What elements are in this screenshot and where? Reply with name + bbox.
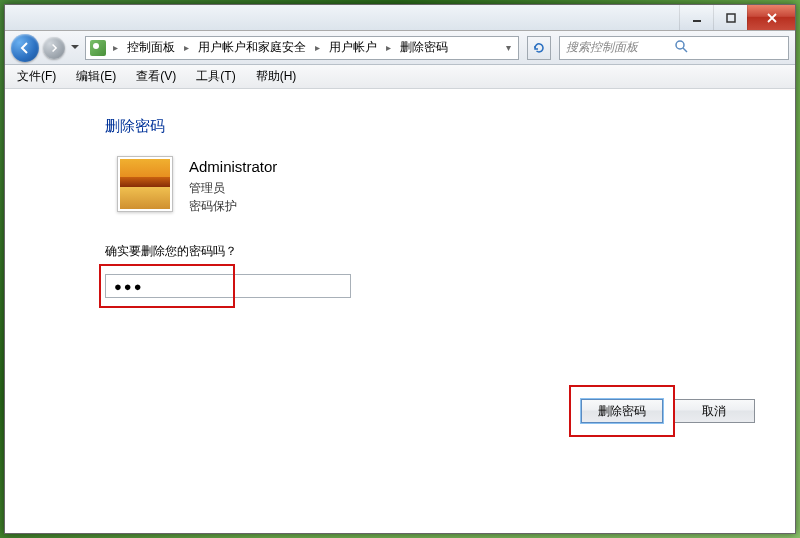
- user-role: 管理员: [189, 179, 277, 197]
- menu-tools[interactable]: 工具(T): [192, 66, 239, 87]
- user-name: Administrator: [189, 158, 277, 175]
- titlebar: [5, 5, 795, 31]
- svg-point-2: [676, 41, 684, 49]
- breadcrumb-delete-password[interactable]: 删除密码: [398, 39, 450, 56]
- nav-forward-button[interactable]: [43, 37, 65, 59]
- password-row: [105, 274, 755, 298]
- button-row: 删除密码 取消: [581, 399, 755, 423]
- svg-rect-0: [693, 20, 701, 22]
- menu-file[interactable]: 文件(F): [13, 66, 60, 87]
- minimize-button[interactable]: [679, 5, 713, 30]
- search-icon: [674, 39, 782, 56]
- svg-rect-1: [727, 14, 735, 22]
- window-controls: [679, 5, 795, 30]
- control-panel-icon: [90, 40, 106, 56]
- search-placeholder: 搜索控制面板: [566, 39, 674, 56]
- breadcrumb-separator: ▸: [312, 42, 323, 53]
- breadcrumb-user-accounts[interactable]: 用户帐户: [327, 39, 379, 56]
- menu-edit[interactable]: 编辑(E): [72, 66, 120, 87]
- menu-help[interactable]: 帮助(H): [252, 66, 301, 87]
- cancel-button[interactable]: 取消: [673, 399, 755, 423]
- maximize-button[interactable]: [713, 5, 747, 30]
- user-info: Administrator 管理员 密码保护: [189, 156, 277, 215]
- refresh-button[interactable]: [527, 36, 551, 60]
- svg-line-3: [683, 48, 687, 52]
- close-button[interactable]: [747, 5, 795, 30]
- avatar-image: [120, 159, 170, 209]
- menu-view[interactable]: 查看(V): [132, 66, 180, 87]
- password-input[interactable]: [105, 274, 351, 298]
- delete-password-button[interactable]: 删除密码: [581, 399, 663, 423]
- breadcrumb-control-panel[interactable]: 控制面板: [125, 39, 177, 56]
- search-box[interactable]: 搜索控制面板: [559, 36, 789, 60]
- user-section: Administrator 管理员 密码保护: [117, 156, 755, 215]
- breadcrumb-separator: ▸: [110, 42, 121, 53]
- breadcrumb-separator: ▸: [383, 42, 394, 53]
- prompt-text: 确实要删除您的密码吗？: [105, 243, 755, 260]
- avatar: [117, 156, 173, 212]
- window-frame: ▸ 控制面板 ▸ 用户帐户和家庭安全 ▸ 用户帐户 ▸ 删除密码 ▾ 搜索控制面…: [4, 4, 796, 534]
- address-dropdown-icon[interactable]: ▾: [503, 42, 514, 53]
- breadcrumb-separator: ▸: [181, 42, 192, 53]
- navbar: ▸ 控制面板 ▸ 用户帐户和家庭安全 ▸ 用户帐户 ▸ 删除密码 ▾ 搜索控制面…: [5, 31, 795, 65]
- content-area: 删除密码 Administrator 管理员 密码保护 确实要删除您的密码吗？ …: [5, 89, 795, 533]
- menubar: 文件(F) 编辑(E) 查看(V) 工具(T) 帮助(H): [5, 65, 795, 89]
- page-title: 删除密码: [105, 117, 755, 136]
- nav-back-button[interactable]: [11, 34, 39, 62]
- breadcrumb-user-accounts-family[interactable]: 用户帐户和家庭安全: [196, 39, 308, 56]
- address-bar[interactable]: ▸ 控制面板 ▸ 用户帐户和家庭安全 ▸ 用户帐户 ▸ 删除密码 ▾: [85, 36, 519, 60]
- nav-history-dropdown[interactable]: [69, 35, 81, 61]
- user-password-status: 密码保护: [189, 197, 277, 215]
